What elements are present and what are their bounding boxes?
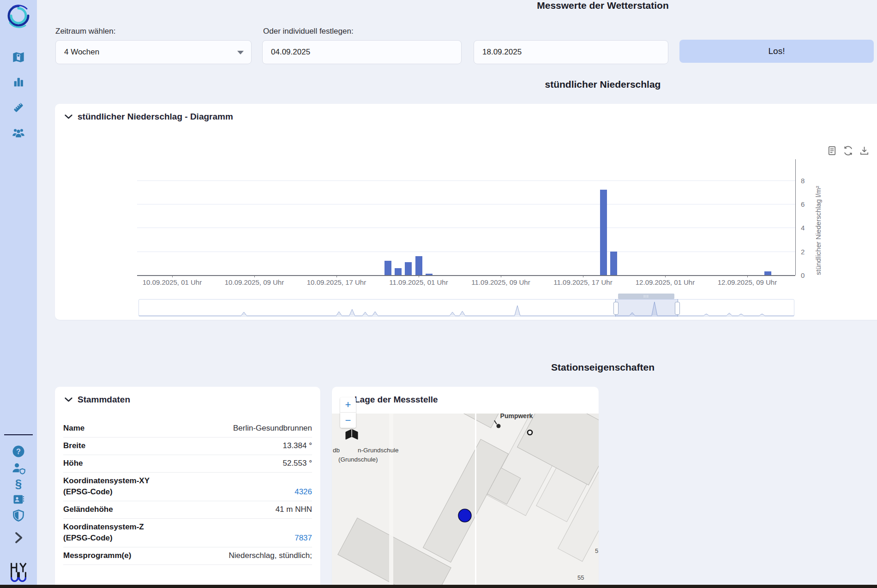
chart-panel-title: stündlicher Niederschlag - Diagramm: [78, 112, 233, 122]
x-tick-label: 10.09.2025, 01 Uhr: [143, 278, 202, 286]
stammdaten-panel: Stammdaten NameBerlin-GesundbrunnenBreit…: [55, 387, 320, 585]
x-tick-label: 12.09.2025, 01 Uhr: [636, 278, 695, 286]
datazoom-move-handle[interactable]: [618, 294, 674, 299]
x-tick: [419, 275, 419, 277]
row-label: Geländehöhe: [63, 504, 113, 515]
bar: [415, 256, 422, 275]
y-tick-label: 2: [801, 247, 805, 255]
restore-icon[interactable]: [843, 145, 853, 156]
table-row: Koordinatensystem-XY(EPSG-Code)4326: [63, 473, 312, 501]
map-zoom-control: + −: [340, 397, 356, 428]
map-label-pumpwerk: Pumpwerk: [500, 414, 533, 420]
x-tick: [583, 275, 583, 277]
chart-panel-header[interactable]: stündlicher Niederschlag - Diagramm: [65, 112, 233, 122]
collapse-chevron-icon: [65, 114, 72, 119]
bar-chart-icon[interactable]: [12, 76, 25, 90]
shield-icon[interactable]: [12, 509, 25, 524]
y-tick-label: 0: [801, 271, 805, 279]
datazoom-window[interactable]: [615, 299, 678, 317]
map-panel: Lage der Messstelle + −: [332, 387, 599, 585]
sidebar: ? §: [0, 0, 37, 588]
sidebar-divider: [4, 434, 33, 435]
datazoom-handle-right[interactable]: [675, 302, 680, 315]
bar: [610, 252, 617, 275]
map-zoom-in-button[interactable]: +: [340, 397, 356, 413]
station-marker[interactable]: [458, 509, 471, 522]
x-axis-line: [137, 275, 795, 276]
x-tick: [747, 275, 748, 277]
row-label: Koordinatensystem-XY(EPSG-Code): [63, 475, 150, 498]
submit-button[interactable]: Los!: [679, 40, 874, 63]
map-label-55: 55: [577, 574, 584, 581]
download-icon[interactable]: [859, 145, 870, 156]
users-icon[interactable]: [12, 126, 25, 141]
epsg-code-link[interactable]: 4326: [294, 486, 312, 498]
gridline: [137, 180, 795, 181]
x-tick: [172, 275, 173, 277]
period-label: Zeitraum wählen:: [55, 27, 115, 36]
x-tick: [665, 275, 666, 277]
map-label-school-prefix: db: [333, 447, 340, 454]
x-tick-label: 10.09.2025, 17 Uhr: [307, 278, 366, 286]
table-row: NameBerlin-Gesundbrunnen: [63, 420, 312, 438]
row-label: Höhe: [63, 458, 83, 469]
datazoom-sparkline: [139, 300, 794, 316]
map-title: Lage der Messstelle: [354, 395, 438, 405]
x-tick: [501, 275, 501, 277]
y-tick-label: 8: [801, 176, 805, 184]
x-tick-label: 11.09.2025, 17 Uhr: [553, 278, 612, 286]
table-row: Höhe52.553 °: [63, 455, 312, 473]
section-title-station: Stationseigenschaften: [551, 362, 655, 373]
x-tick-label: 11.09.2025, 01 Uhr: [389, 278, 448, 286]
paragraph-icon[interactable]: §: [15, 477, 22, 491]
datazoom-slider[interactable]: [138, 299, 794, 317]
bar: [384, 261, 391, 275]
gridline: [137, 252, 795, 252]
table-row: Koordinatensystem-Z(EPSG-Code)7837: [63, 519, 312, 547]
map-canvas[interactable]: Pumpwerk db n-Grundschule (Grundschule) …: [332, 414, 599, 585]
contact-card-icon[interactable]: [12, 493, 25, 508]
section-title-precip: stündlicher Niederschlag: [545, 79, 661, 90]
row-label: Name: [63, 423, 84, 434]
y-axis-line: [795, 159, 796, 275]
chevron-right-icon[interactable]: [12, 531, 24, 546]
row-value: Niederschlag, stündlich;: [229, 550, 312, 561]
gridline: [137, 228, 795, 228]
row-label: Breite: [63, 440, 85, 451]
date-from-input[interactable]: 04.09.2025: [262, 40, 462, 64]
map-header[interactable]: Lage der Messstelle: [342, 395, 438, 405]
x-tick-label: 12.09.2025, 09 Uhr: [718, 278, 777, 286]
user-privacy-icon[interactable]: [11, 462, 26, 476]
bottom-bar: [0, 585, 877, 588]
x-tick-label: 11.09.2025, 09 Uhr: [471, 278, 530, 286]
y-tick-label: 6: [801, 200, 805, 208]
row-label: Messprogramm(e): [63, 550, 131, 561]
custom-range-label: Oder individuell festlegen:: [263, 27, 354, 36]
epsg-code-link[interactable]: 7837: [294, 533, 312, 544]
stammdaten-title: Stammdaten: [78, 395, 130, 405]
app-root: ? §: [0, 0, 877, 588]
bar: [600, 190, 607, 275]
footer-logo-hybb: [9, 562, 28, 585]
gridline: [137, 204, 795, 204]
app-logo[interactable]: [5, 2, 32, 31]
period-select[interactable]: 4 Wochen: [55, 40, 252, 64]
row-value: 41 m NHN: [276, 504, 312, 515]
svg-text:?: ?: [16, 447, 21, 456]
table-row: Breite13.384 °: [63, 438, 312, 455]
ruler-icon[interactable]: [12, 101, 25, 116]
map-icon[interactable]: [12, 51, 25, 66]
x-tick: [336, 275, 337, 277]
map-label-school-2: (Grundschule): [338, 456, 378, 463]
date-to-input[interactable]: 18.09.2025: [474, 40, 668, 64]
collapse-chevron-icon: [65, 397, 72, 402]
datazoom-handle-left[interactable]: [613, 302, 619, 315]
y-tick-label: 4: [801, 224, 805, 232]
data-view-icon[interactable]: [827, 145, 837, 156]
stammdaten-header[interactable]: Stammdaten: [65, 395, 130, 405]
help-icon[interactable]: ?: [12, 444, 25, 460]
chart-toolbox: [827, 145, 870, 156]
bar: [405, 262, 412, 275]
map-zoom-out-button[interactable]: −: [340, 413, 356, 428]
bar: [395, 268, 402, 275]
